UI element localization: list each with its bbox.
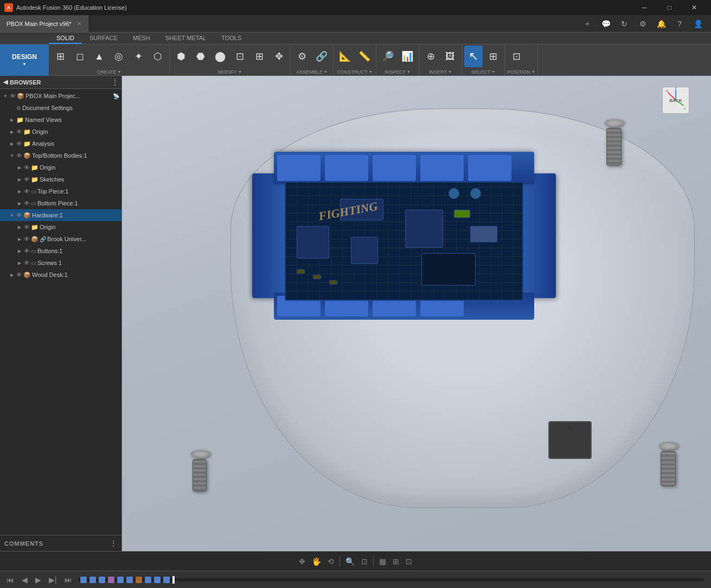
active-tab[interactable]: PBOX Main Project v96* ✕ (0, 15, 88, 32)
timeline-play-btn[interactable]: ▶ (33, 574, 43, 585)
modify-chamfer[interactable]: ⬤ (211, 46, 229, 67)
analysis-expand[interactable]: ▶ (9, 141, 15, 146)
sketches-expand[interactable]: ▶ (16, 177, 23, 182)
status-display-icon[interactable]: ▦ (377, 556, 388, 567)
new-tab-button[interactable]: ＋ (579, 15, 596, 33)
select-box[interactable]: ⊞ (484, 46, 502, 67)
tree-item-root[interactable]: ▼ 👁 📦 PBOX Main Projec... 📡 (0, 90, 121, 102)
insert-canvas[interactable]: 🖼 (441, 46, 459, 67)
chat-icon[interactable]: 💬 (597, 15, 614, 33)
root-visibility-icon[interactable]: 👁 (10, 93, 16, 99)
help-icon[interactable]: ? (671, 15, 688, 33)
tree-item-wood-desk[interactable]: ▶ 👁 📦 Wood Desk:1 (0, 269, 121, 281)
status-zoom-icon[interactable]: 🔍 (343, 556, 357, 567)
refresh-icon[interactable]: ↻ (616, 15, 633, 33)
brook-expand[interactable]: ▶ (16, 237, 23, 242)
named-views-expand[interactable]: ▶ (9, 118, 15, 122)
assemble-link[interactable]: 🔗 (312, 46, 331, 67)
notification-icon[interactable]: 🔔 (652, 15, 670, 33)
top-piece-visibility[interactable]: 👁 (24, 188, 30, 195)
buttons-expand[interactable]: ▶ (16, 249, 23, 254)
design-button[interactable]: DESIGN ▼ (0, 44, 49, 76)
tree-item-top-piece[interactable]: ▶ 👁 ▭ Top Piece:1 (0, 185, 121, 197)
timeline-start-btn[interactable]: ⏮ (4, 574, 16, 585)
origin-sub-visibility[interactable]: 👁 (24, 164, 30, 171)
settings-icon[interactable]: ⚙ (634, 15, 651, 33)
status-orbit-icon[interactable]: ⟲ (325, 556, 336, 567)
tab-solid[interactable]: SOLID (49, 33, 82, 44)
tree-item-origin-sub[interactable]: ▶ 👁 📁 Origin (0, 161, 121, 173)
wood-desk-expand[interactable]: ▶ (9, 273, 15, 277)
position-align[interactable]: ⊡ (507, 46, 526, 67)
tree-item-named-views[interactable]: ▶ 📁 Named Views (0, 114, 121, 126)
modify-fillet[interactable]: ⬣ (191, 46, 210, 67)
tree-item-sketches[interactable]: ▶ 👁 📁 Sketches (0, 173, 121, 185)
profile-icon[interactable]: 👤 (689, 15, 707, 33)
tab-sheet-metal[interactable]: SHEET METAL (158, 33, 214, 44)
construct-axis[interactable]: 📏 (355, 46, 374, 67)
create-more[interactable]: ⬡ (149, 46, 167, 67)
minimize-button[interactable]: ─ (632, 0, 657, 15)
top-piece-expand[interactable]: ▶ (16, 189, 23, 194)
tree-item-hw-origin[interactable]: ▶ 👁 📁 Origin (0, 221, 121, 233)
tree-item-analysis[interactable]: ▶ 👁 📁 Analysis (0, 138, 121, 150)
hardware-expand[interactable]: ▼ (9, 213, 15, 218)
tab-tools[interactable]: TOOLS (214, 33, 249, 44)
bottom-piece-visibility[interactable]: 👁 (24, 200, 30, 206)
top-bottom-visibility[interactable]: 👁 (16, 152, 22, 159)
hardware-visibility[interactable]: 👁 (16, 212, 22, 218)
timeline-track[interactable] (78, 578, 703, 581)
root-expand-icon[interactable]: ▼ (2, 94, 9, 99)
select-cursor[interactable]: ↖ (464, 46, 483, 67)
status-snap-icon[interactable]: ⊡ (403, 556, 414, 567)
timeline-prev-btn[interactable]: ◀ (20, 574, 30, 585)
create-new-component[interactable]: ⊞ (51, 46, 69, 67)
construct-plane[interactable]: 📐 (336, 46, 354, 67)
status-move-icon[interactable]: ✥ (297, 556, 308, 567)
tree-item-hardware[interactable]: ▼ 👁 📦 Hardware:1 (0, 209, 121, 221)
insert-derive[interactable]: ⊕ (421, 46, 440, 67)
assemble-joint[interactable]: ⚙ (293, 46, 311, 67)
comments-toggle-icon[interactable]: ⋮ (110, 540, 117, 547)
status-grid-icon[interactable]: ⊞ (390, 556, 401, 567)
hw-origin-visibility[interactable]: 👁 (24, 224, 30, 230)
brook-visibility[interactable]: 👁 (24, 236, 30, 242)
tab-close-icon[interactable]: ✕ (77, 21, 81, 27)
close-button[interactable]: ✕ (682, 0, 707, 15)
status-pan-icon[interactable]: 🖐 (310, 556, 323, 567)
tree-item-top-bottom[interactable]: ▼ 👁 📦 Top/Bottom Bodies:1 (0, 150, 121, 161)
wood-desk-visibility[interactable]: 👁 (16, 272, 22, 278)
top-bottom-expand[interactable]: ▼ (9, 153, 15, 158)
create-loft[interactable]: ✦ (129, 46, 148, 67)
create-revolve[interactable]: ◎ (110, 46, 128, 67)
tree-item-bottom-piece[interactable]: ▶ 👁 ▭ Bottom Piece:1 (0, 197, 121, 209)
modify-combine[interactable]: ✥ (270, 46, 288, 67)
modify-shell[interactable]: ⊡ (230, 46, 249, 67)
inspect-section[interactable]: 📊 (398, 46, 417, 67)
tab-mesh[interactable]: MESH (125, 33, 158, 44)
screws-expand[interactable]: ▶ (16, 261, 23, 266)
modify-press-pull[interactable]: ⬢ (172, 46, 190, 67)
tree-item-doc-settings[interactable]: ⚙ Document Settings (0, 102, 121, 114)
bottom-piece-expand[interactable]: ▶ (16, 201, 23, 206)
create-extrude[interactable]: ▲ (90, 46, 108, 67)
maximize-button[interactable]: □ (657, 0, 682, 15)
create-sketch[interactable]: ◻ (71, 46, 89, 67)
buttons-visibility[interactable]: 👁 (24, 248, 30, 254)
origin-sub-expand[interactable]: ▶ (16, 165, 23, 170)
tree-item-brook[interactable]: ▶ 👁 📦 🔗 Brook Univer... (0, 233, 121, 245)
timeline-next-btn[interactable]: ▶| (47, 574, 59, 585)
tab-surface[interactable]: SURFACE (82, 33, 125, 44)
axis-cube[interactable]: BACK X Y Z (662, 87, 689, 114)
browser-menu-icon[interactable]: ⋮ (112, 79, 118, 86)
timeline-end-btn[interactable]: ⏭ (62, 574, 74, 585)
tree-item-screws[interactable]: ▶ 👁 ▭ Screws 1 (0, 257, 121, 269)
inspect-measure[interactable]: 🔎 (379, 46, 397, 67)
hw-origin-expand[interactable]: ▶ (16, 225, 23, 230)
tree-item-buttons[interactable]: ▶ 👁 ▭ Buttons:1 (0, 245, 121, 257)
modify-scale[interactable]: ⊞ (250, 46, 268, 67)
screws-visibility[interactable]: 👁 (24, 260, 30, 266)
viewport[interactable]: FIGHTING (122, 76, 711, 551)
sketches-visibility[interactable]: 👁 (24, 176, 30, 183)
tree-item-origin[interactable]: ▶ 👁 📁 Origin (0, 126, 121, 138)
